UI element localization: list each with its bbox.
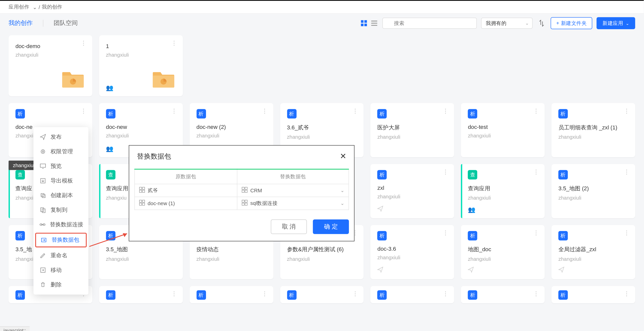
svg-rect-1 <box>364 20 367 23</box>
view-toggle <box>360 19 378 27</box>
svg-rect-29 <box>139 187 142 190</box>
more-icon[interactable]: ⋮ <box>624 107 630 114</box>
chevron-down-icon[interactable]: ⌄ <box>33 4 37 10</box>
card-title: 地图_doc <box>468 246 538 253</box>
chevron-down-icon: ⌄ <box>340 188 344 193</box>
menu-item-replace[interactable]: 替换数据包 <box>35 233 87 247</box>
menu-item-plane[interactable]: 发布 <box>33 130 88 144</box>
ok-button[interactable]: 确 定 <box>313 219 349 234</box>
app-type-badge: 析 <box>558 231 568 241</box>
folder-card[interactable]: ⋮ 1 zhangxiuli 👥 <box>99 35 183 96</box>
more-icon[interactable]: ⋮ <box>171 290 178 297</box>
copy-icon <box>39 192 46 199</box>
svg-rect-6 <box>371 25 377 26</box>
folder-icon <box>61 70 85 90</box>
app-card[interactable]: ⋮析地图_doczhangxiuli <box>461 225 545 279</box>
replace-package-select[interactable]: CRM⌄ <box>237 184 349 197</box>
sort-icon[interactable] <box>537 18 546 28</box>
search-input[interactable] <box>382 18 477 29</box>
app-type-badge: 析 <box>377 231 387 241</box>
menu-item-trash[interactable]: 删除 <box>33 277 88 292</box>
copyto-icon <box>39 207 46 213</box>
card-owner: zhangxiuli <box>468 256 538 262</box>
app-type-badge: 析 <box>196 290 206 300</box>
app-card[interactable]: ⋮析 <box>371 286 454 303</box>
app-card[interactable]: ⋮析医护大屏zhangxiuli <box>371 103 454 157</box>
col-replace: 替换数据包 <box>237 169 349 184</box>
more-icon[interactable]: ⋮ <box>624 229 630 236</box>
app-type-badge: 查 <box>468 170 477 180</box>
more-icon[interactable]: ⋮ <box>624 168 630 175</box>
app-card[interactable]: ⋮析doc-3.6zhangxiuli <box>371 225 454 279</box>
app-card[interactable]: ⋮析 <box>461 286 545 303</box>
app-card[interactable]: ⋮析 <box>280 286 364 303</box>
menu-item-link[interactable]: 替换数据连接 <box>33 217 88 232</box>
gear-icon <box>39 148 46 155</box>
more-icon[interactable]: ⋮ <box>533 229 540 236</box>
svg-rect-40 <box>142 203 145 205</box>
card-title: 医护大屏 <box>377 124 447 131</box>
svg-rect-2 <box>361 24 364 26</box>
more-icon[interactable]: ⋮ <box>624 290 630 297</box>
svg-rect-15 <box>40 164 46 167</box>
menu-item-export[interactable]: 导出模板 <box>33 173 88 188</box>
new-app-button[interactable]: 新建应用 ⌄ <box>596 17 635 29</box>
menu-item-gear[interactable]: 权限管理 <box>33 144 88 159</box>
app-card[interactable]: ⋮析 <box>190 286 273 303</box>
menu-item-label: 预览 <box>51 162 62 170</box>
menu-item-monitor[interactable]: 预览 <box>33 159 88 173</box>
more-icon[interactable]: ⋮ <box>352 107 359 114</box>
menu-item-label: 导出模板 <box>51 177 73 185</box>
more-icon[interactable]: ⋮ <box>533 290 540 297</box>
rename-icon <box>39 252 46 259</box>
grid-view-icon[interactable] <box>360 19 368 27</box>
more-icon[interactable]: ⋮ <box>442 168 449 175</box>
more-icon[interactable]: ⋮ <box>533 107 540 114</box>
menu-item-move[interactable]: 移动 <box>33 263 88 277</box>
list-view-icon[interactable] <box>370 19 378 27</box>
card-title: doc-new <box>106 124 176 130</box>
menu-item-copyto[interactable]: 复制到 <box>33 203 88 217</box>
owner-filter-dropdown[interactable]: 我拥有的 ⌄ <box>481 18 533 29</box>
more-icon[interactable]: ⋮ <box>442 229 449 236</box>
app-card[interactable]: ⋮析全局过滤器_zxlzhangxiuli <box>551 225 635 279</box>
more-icon[interactable]: ⋮ <box>262 290 268 297</box>
svg-rect-30 <box>142 187 145 190</box>
app-card[interactable]: ⋮查查询应用zhangxiuli👥 <box>461 164 545 218</box>
more-icon[interactable]: ⋮ <box>442 107 449 114</box>
app-card[interactable]: ⋮析zxlzhangxiuli <box>371 164 454 218</box>
more-icon[interactable]: ⋮ <box>262 107 268 114</box>
app-type-badge: 析 <box>558 109 568 119</box>
new-folder-button[interactable]: + 新建文件夹 <box>551 17 592 29</box>
more-icon[interactable]: ⋮ <box>171 40 178 46</box>
replace-package-select[interactable]: sql数据连接⌄ <box>237 197 349 210</box>
menu-item-rename[interactable]: 重命名 <box>33 248 88 263</box>
tab-team-space[interactable]: 团队空间 <box>54 19 78 27</box>
breadcrumb-root[interactable]: 应用创作 <box>9 4 29 11</box>
more-icon[interactable]: ⋮ <box>80 40 87 46</box>
card-title: doc-new (2) <box>196 124 266 130</box>
app-card[interactable]: ⋮析3.5_地图 (2)zhangxiuli <box>551 164 635 218</box>
folder-card[interactable]: ⋮ doc-demo zhangxiuli <box>9 35 92 96</box>
svg-point-14 <box>42 151 44 152</box>
menu-item-copy[interactable]: 创建副本 <box>33 188 88 203</box>
package-icon <box>242 200 248 207</box>
cancel-button[interactable]: 取 消 <box>271 219 307 234</box>
more-icon[interactable]: ⋮ <box>533 168 540 175</box>
tab-my-creations[interactable]: 我的创作 <box>9 19 33 27</box>
menu-item-label: 替换数据包 <box>52 236 79 244</box>
svg-rect-36 <box>245 190 247 193</box>
app-card[interactable]: ⋮析员工明细表查询 _zxl (1)zhangxiuli <box>551 103 635 157</box>
table-row: doc-new (1) sql数据连接⌄ <box>135 197 349 210</box>
more-icon[interactable]: ⋮ <box>171 107 178 114</box>
card-owner: zhangxiuli <box>196 133 266 139</box>
more-icon[interactable]: ⋮ <box>352 290 359 297</box>
more-icon[interactable]: ⋮ <box>442 290 449 297</box>
card-owner: zhangxiuli <box>196 256 266 262</box>
card-owner: zhangxiuli <box>377 134 447 140</box>
app-card[interactable]: ⋮析doc-testzhangxiuli <box>461 103 545 157</box>
app-card[interactable]: ⋮析 <box>99 286 183 303</box>
close-icon[interactable]: ✕ <box>340 152 346 161</box>
app-card[interactable]: ⋮析 <box>551 286 635 303</box>
more-icon[interactable]: ⋮ <box>80 107 87 114</box>
